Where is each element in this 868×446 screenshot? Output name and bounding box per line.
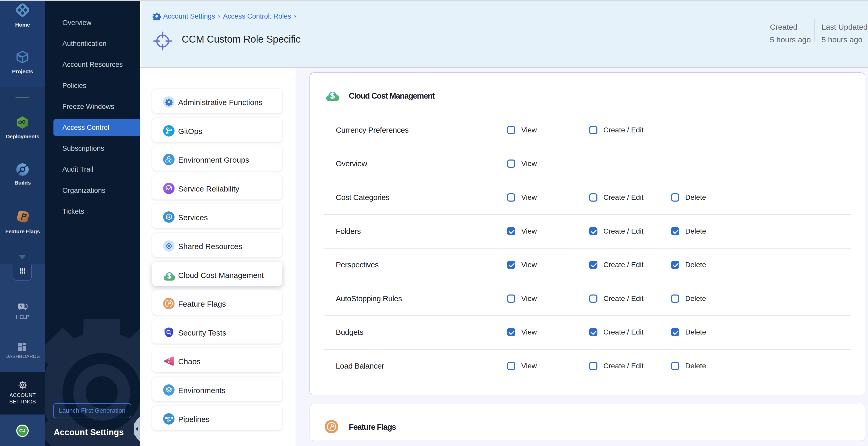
svg-text:?: ? bbox=[20, 304, 23, 309]
svg-text:$: $ bbox=[167, 272, 172, 280]
svg-text:$: $ bbox=[330, 91, 335, 100]
